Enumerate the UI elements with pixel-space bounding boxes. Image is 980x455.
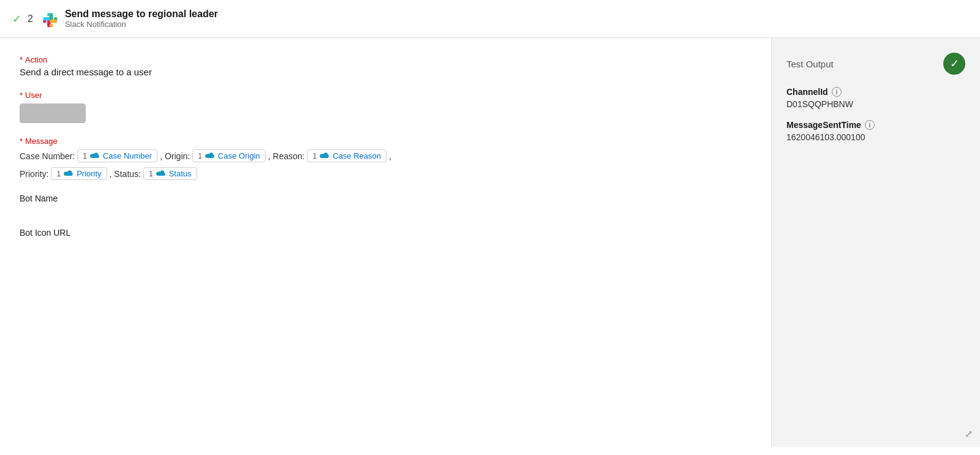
case-number-pill[interactable]: 1 Case Number <box>77 149 157 162</box>
user-field-group: *User <box>20 91 752 123</box>
check-icon[interactable]: ✓ <box>12 12 21 26</box>
required-star: * <box>20 91 23 100</box>
channel-id-field: ChannelId i D01SQQPHBNW <box>786 87 965 109</box>
message-row-2: Priority: 1 Priority , Status: 1 Status <box>20 167 752 180</box>
comma-text: , <box>389 151 391 161</box>
required-star: * <box>20 55 23 64</box>
slack-logo-icon <box>39 9 59 29</box>
priority-pill[interactable]: 1 Priority <box>51 167 107 180</box>
sf-cloud-icon-case-origin <box>205 152 216 160</box>
message-label: *Message <box>20 137 752 146</box>
message-sent-time-value: 1620046103.000100 <box>786 132 965 142</box>
success-check-icon: ✓ <box>943 53 965 75</box>
test-output-title: Test Output <box>786 59 834 69</box>
reason-text: , Reason: <box>268 151 305 161</box>
message-sent-time-field: MessageSentTime i 1620046103.000100 <box>786 120 965 142</box>
action-field-group: *Action Send a direct message to a user <box>20 55 752 77</box>
message-row-1: Case Number: 1 Case Number , Origin: 1 C… <box>20 149 752 162</box>
header-title: Send message to regional leader <box>65 9 218 20</box>
message-sent-time-label-text: MessageSentTime <box>786 120 861 130</box>
message-sent-time-label: MessageSentTime i <box>786 120 965 130</box>
sf-cloud-icon-case-reason <box>319 152 330 160</box>
message-sent-time-info-icon[interactable]: i <box>865 120 875 130</box>
status-text: , Status: <box>110 169 141 179</box>
sf-cloud-icon-case-number <box>89 152 100 160</box>
priority-pill-label: Priority <box>77 169 101 178</box>
expand-icon[interactable]: ⤢ <box>965 428 973 440</box>
case-number-pill-num: 1 <box>83 152 87 160</box>
channel-id-value: D01SQQPHBNW <box>786 99 965 109</box>
channel-id-label: ChannelId i <box>786 87 965 97</box>
priority-text: Priority: <box>20 169 48 179</box>
channel-id-label-text: ChannelId <box>786 87 828 97</box>
left-panel: *Action Send a direct message to a user … <box>0 38 772 447</box>
bot-icon-field-group: Bot Icon URL <box>20 228 752 238</box>
sf-cloud-icon-status <box>156 170 167 178</box>
header-title-group: Send message to regional leader Slack No… <box>65 9 218 29</box>
bot-name-label: Bot Name <box>20 194 752 203</box>
origin-text: , Origin: <box>160 151 190 161</box>
case-reason-pill-num: 1 <box>312 152 317 160</box>
case-number-text: Case Number: <box>20 151 75 161</box>
case-number-pill-label: Case Number <box>103 151 152 160</box>
message-field-group: *Message Case Number: 1 Case Number , Or… <box>20 137 752 180</box>
header-subtitle: Slack Notification <box>65 20 218 29</box>
required-star: * <box>20 137 23 146</box>
priority-pill-num: 1 <box>56 170 61 178</box>
main-layout: *Action Send a direct message to a user … <box>0 38 980 447</box>
case-origin-pill-num: 1 <box>198 152 202 160</box>
case-reason-pill-label: Case Reason <box>333 151 381 160</box>
action-value: Send a direct message to a user <box>20 67 752 77</box>
case-origin-pill-label: Case Origin <box>218 151 260 160</box>
case-reason-pill[interactable]: 1 Case Reason <box>307 149 386 162</box>
user-label: *User <box>20 91 752 100</box>
channel-id-info-icon[interactable]: i <box>832 87 842 97</box>
right-panel: Test Output ✓ ChannelId i D01SQQPHBNW Me… <box>772 38 980 447</box>
case-origin-pill[interactable]: 1 Case Origin <box>192 149 265 162</box>
user-input[interactable] <box>20 103 86 123</box>
bot-name-field-group: Bot Name <box>20 194 752 203</box>
test-output-header: Test Output ✓ <box>786 53 965 75</box>
bot-icon-label: Bot Icon URL <box>20 228 752 238</box>
action-label: *Action <box>20 55 752 64</box>
header: ✓ 2 Send message to regional leader Slac… <box>0 0 980 38</box>
step-number: 2 <box>28 13 33 24</box>
sf-cloud-icon-priority <box>63 170 74 178</box>
status-pill-label: Status <box>169 169 192 178</box>
status-pill-num: 1 <box>149 170 153 178</box>
status-pill[interactable]: 1 Status <box>143 167 197 180</box>
